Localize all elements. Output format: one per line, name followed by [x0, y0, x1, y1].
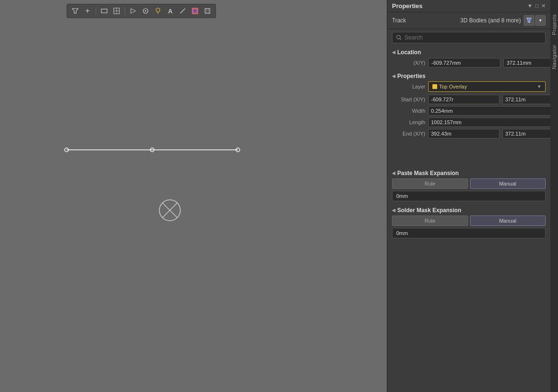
properties-section-label: Properties: [397, 73, 425, 79]
solder-mask-value-input[interactable]: [392, 228, 546, 238]
svg-point-7: [145, 10, 147, 12]
paste-mask-manual-btn[interactable]: Manual: [470, 178, 546, 189]
svg-rect-13: [205, 9, 210, 13]
location-label: Location: [397, 49, 421, 56]
separator-2: [125, 7, 125, 15]
toolbar: +: [67, 4, 216, 18]
end-x-input[interactable]: [428, 129, 499, 138]
svg-point-8: [156, 8, 160, 12]
search-bar[interactable]: [392, 32, 546, 43]
solder-mask-toggle-row: Rule Manual: [392, 216, 546, 226]
line-tool-btn[interactable]: [177, 6, 188, 16]
panel-minimize-btn[interactable]: ▼: [527, 3, 532, 9]
svg-rect-1: [101, 9, 107, 13]
paste-mask-section: ◀ Paste Mask Expansion Rule Manual: [387, 167, 550, 201]
paste-mask-value-input[interactable]: [392, 191, 546, 201]
svg-point-24: [397, 35, 401, 39]
navigator-tab[interactable]: Navigator: [550, 40, 558, 74]
panel-header-buttons: ▼ □ ✕: [527, 3, 546, 9]
end-row: End (X/Y): [392, 129, 550, 138]
track-tool-btn[interactable]: [128, 6, 138, 16]
properties-section-header[interactable]: ◀ Properties: [392, 70, 546, 81]
properties-fields: Start (X/Y) Width Length: [392, 95, 550, 165]
end-y-input[interactable]: [502, 129, 550, 138]
svg-marker-23: [527, 18, 531, 22]
x-value-input[interactable]: [428, 58, 500, 68]
solder-mask-arrow-icon: ◀: [392, 208, 395, 213]
panel-restore-btn[interactable]: □: [535, 3, 538, 9]
properties-content: Start (X/Y) Width Length: [392, 95, 546, 165]
xy-label: (X/Y): [392, 60, 425, 66]
solder-mask-manual-btn[interactable]: Manual: [470, 216, 546, 226]
panel-header: Properties ▼ □ ✕: [387, 0, 550, 12]
track-row: Track 3D Bodies (and 8 more) ▼: [387, 12, 550, 29]
width-label: Width: [392, 108, 425, 114]
projects-tab[interactable]: Projects: [550, 10, 558, 40]
width-input[interactable]: [428, 106, 550, 116]
add-tool-btn[interactable]: +: [82, 6, 93, 16]
panel-close-btn[interactable]: ✕: [541, 3, 546, 9]
search-icon: [396, 35, 401, 40]
paste-mask-arrow-icon: ◀: [392, 171, 395, 176]
search-input[interactable]: [404, 34, 541, 41]
canvas-area[interactable]: +: [0, 0, 369, 392]
filter-tool-btn[interactable]: [70, 6, 80, 16]
color-tool-btn[interactable]: [190, 6, 200, 16]
separator-1: [96, 7, 96, 15]
solder-mask-header[interactable]: ◀ Solder Mask Expansion: [392, 204, 546, 216]
properties-arrow-icon: ◀: [392, 74, 395, 78]
solder-mask-label: Solder Mask Expansion: [397, 207, 461, 214]
track-line-canvas: [62, 143, 243, 157]
filter-buttons: ▼: [524, 15, 546, 26]
location-arrow-icon: ◀: [392, 50, 395, 55]
track-value: 3D Bodies (and 8 more): [460, 17, 521, 24]
start-y-input[interactable]: [502, 95, 550, 104]
component-marker: [157, 197, 183, 223]
layer-row: Layer Top Overlay ▼: [392, 81, 546, 92]
length-label: Length: [392, 119, 425, 125]
y-value-input[interactable]: [503, 58, 550, 68]
filter-active-btn[interactable]: [524, 15, 534, 26]
text-tool-btn[interactable]: A: [165, 6, 176, 16]
start-x-input[interactable]: [428, 95, 499, 104]
svg-line-10: [180, 9, 185, 13]
marker-tool-btn[interactable]: [153, 6, 163, 16]
width-row: Width: [392, 106, 550, 116]
paste-mask-label: Paste Mask Expansion: [397, 170, 459, 176]
panel-content: ◀ Location (X/Y) ◀ Properties: [387, 46, 550, 392]
layer-color-indicator: [432, 84, 437, 89]
layer-dropdown-arrow: ▼: [537, 84, 541, 89]
rectangle-tool-btn[interactable]: [99, 6, 109, 16]
paste-mask-rule-btn[interactable]: Rule: [392, 178, 468, 189]
circle-tool-btn[interactable]: [140, 6, 151, 16]
length-row: Length: [392, 118, 550, 127]
layer-dropdown[interactable]: Top Overlay ▼: [428, 81, 546, 92]
svg-marker-5: [131, 9, 136, 13]
end-label: End (X/Y): [392, 131, 425, 137]
square-tool-btn[interactable]: [202, 6, 213, 16]
location-section: ◀ Location (X/Y): [387, 46, 550, 68]
start-row: Start (X/Y): [392, 95, 550, 104]
layer-label: Layer: [392, 84, 425, 89]
paste-mask-toggle-row: Rule Manual: [392, 178, 546, 189]
length-input[interactable]: [428, 118, 550, 127]
svg-rect-12: [194, 10, 196, 12]
panel-title: Properties: [392, 2, 422, 10]
solder-mask-rule-btn[interactable]: Rule: [392, 216, 468, 226]
svg-line-25: [400, 39, 401, 40]
side-tabs: Projects Navigator: [550, 0, 558, 392]
start-label: Start (X/Y): [392, 97, 425, 102]
solder-mask-section: ◀ Solder Mask Expansion Rule Manual: [387, 204, 550, 238]
properties-panel: Properties ▼ □ ✕ Track 3D Bodies (and 8 …: [387, 0, 550, 392]
chart-tool-btn[interactable]: [111, 6, 122, 16]
filter-dropdown-btn[interactable]: ▼: [535, 15, 546, 26]
track-label: Track: [392, 17, 406, 24]
layer-value: Top Overlay: [439, 84, 467, 89]
location-xy-row: (X/Y): [392, 58, 546, 68]
svg-marker-0: [72, 9, 78, 13]
location-section-header[interactable]: ◀ Location: [392, 46, 546, 58]
properties-section: ◀ Properties Layer Top Overlay ▼: [387, 70, 550, 165]
paste-mask-header[interactable]: ◀ Paste Mask Expansion: [392, 167, 546, 178]
